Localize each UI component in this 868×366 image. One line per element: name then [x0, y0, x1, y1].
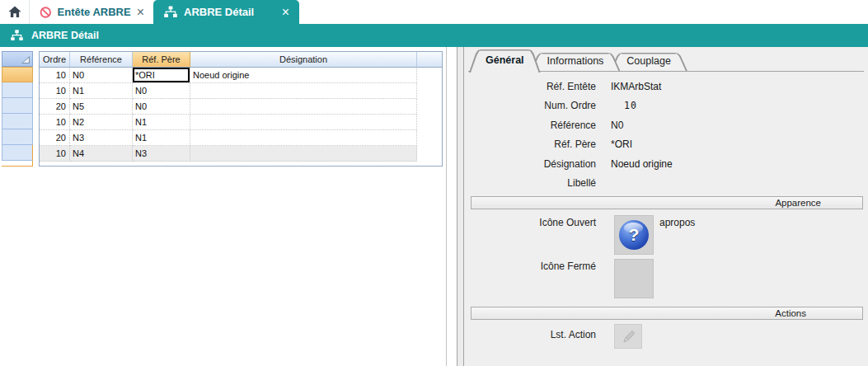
row-selector[interactable] — [2, 114, 33, 129]
field-label: Icône Fermé — [472, 260, 596, 273]
tab-label: Général — [486, 49, 524, 71]
grid-cell[interactable] — [190, 83, 417, 99]
grid-cell[interactable]: Noeud origine — [190, 68, 417, 83]
lst-action-button[interactable] — [614, 324, 642, 349]
column-header-designation[interactable]: Désignation — [190, 52, 417, 68]
field-label: Lst. Action — [472, 328, 596, 341]
grid-footer-filler — [40, 162, 442, 166]
detail-tabstrip: Général Informations Couplage — [469, 47, 678, 73]
grid-cell[interactable]: N3 — [133, 146, 190, 162]
row-selector[interactable] — [2, 145, 33, 161]
main-split: Ordre Référence Réf. Père Désignation 10… — [0, 47, 868, 366]
help-glyph: ? — [629, 225, 640, 245]
row-selector[interactable] — [2, 129, 33, 145]
icone-ouvert-button[interactable]: ? — [614, 215, 654, 255]
row-selector-column — [2, 51, 33, 167]
icone-ferme-button[interactable] — [614, 259, 654, 298]
grid-cell[interactable]: N2 — [70, 115, 133, 130]
grid-cell[interactable]: N1 — [133, 130, 190, 146]
field-label: Libellé — [472, 176, 596, 190]
field-label: Icône Ouvert — [472, 216, 596, 229]
tab-informations[interactable]: Informations — [531, 53, 621, 71]
pen-icon — [621, 329, 636, 345]
column-header-filler — [417, 52, 442, 68]
app-window: Entête ARBRE × ARBRE Détail × ARBRE Déta… — [0, 0, 868, 366]
tab-label: ARBRE Détail — [184, 6, 275, 18]
field-row: Libellé — [464, 176, 868, 190]
row-selector-tail — [2, 161, 33, 167]
grid-cell[interactable] — [190, 146, 417, 162]
panel-border — [446, 47, 447, 366]
tab-general[interactable]: Général — [469, 49, 541, 73]
tab-entete-arbre[interactable]: Entête ARBRE × — [30, 0, 153, 24]
section-header-actions: Actions — [471, 307, 863, 320]
grid-cell-filler — [417, 115, 442, 130]
tab-arbre-detail[interactable]: ARBRE Détail × — [153, 0, 299, 24]
grid-cell[interactable]: 10 — [40, 146, 70, 162]
field-row: Num. Ordre 10 — [464, 99, 868, 112]
tab-couplage[interactable]: Couplage — [610, 53, 687, 71]
column-header-ref-pere[interactable]: Réf. Père — [133, 52, 190, 68]
select-all-cell[interactable] — [2, 51, 33, 67]
grid-cell-filler — [417, 83, 442, 99]
window-title-band: ARBRE Détail — [0, 24, 868, 47]
field-label: Réf. Père — [472, 138, 596, 151]
panel-splitter[interactable] — [457, 47, 464, 366]
table-row: 20 N5 N0 — [40, 99, 442, 115]
reference-field[interactable]: N0 — [611, 119, 623, 132]
grid-cell-filler — [417, 68, 442, 83]
close-icon[interactable]: × — [137, 6, 144, 19]
tab-label: Couplage — [626, 53, 671, 70]
detail-panel: Général Informations Couplage Réf. Entêt… — [464, 47, 868, 366]
page-title: ARBRE Détail — [31, 30, 99, 41]
grid-cell[interactable]: N0 — [133, 83, 190, 99]
grid-cell[interactable]: N3 — [70, 130, 133, 146]
table-row: 10 N4 N3 — [40, 146, 442, 162]
grid-cell[interactable]: N0 — [70, 68, 133, 83]
grid-cell[interactable] — [190, 99, 417, 115]
close-icon[interactable]: × — [282, 6, 289, 19]
table-row: 20 N3 N1 — [40, 130, 442, 146]
ref-pere-field[interactable]: *ORI — [611, 138, 632, 151]
field-row: Réf. Entête IKMArbStat — [464, 80, 868, 93]
grid-cell[interactable]: N1 — [70, 83, 133, 99]
tab-label: Entête ARBRE — [58, 6, 131, 18]
grid-cell[interactable]: N5 — [70, 99, 133, 115]
grid-cell[interactable]: N0 — [133, 99, 190, 115]
field-row: Désignation Noeud origine — [464, 157, 868, 171]
table-row: 10 N0 *ORI Noeud origine — [40, 68, 442, 83]
row-selector[interactable] — [2, 67, 33, 82]
grid-cell-filler — [417, 99, 442, 115]
num-ordre-field[interactable]: 10 — [624, 99, 637, 112]
row-selector[interactable] — [2, 82, 33, 98]
designation-field[interactable]: Noeud origine — [611, 157, 673, 171]
field-label: Référence — [472, 119, 596, 132]
table-row: 10 N2 N1 — [40, 115, 442, 130]
grid-cell[interactable]: N4 — [70, 146, 133, 162]
field-label: Réf. Entête — [472, 80, 596, 93]
grid-cell[interactable]: 20 — [40, 99, 70, 115]
ref-entete-field[interactable]: IKMArbStat — [611, 80, 661, 93]
tree-icon — [164, 6, 177, 18]
grid-cell-filler — [417, 130, 442, 146]
grid-cell[interactable]: N1 — [133, 115, 190, 130]
grid-cell[interactable]: 10 — [40, 83, 70, 99]
row-selector[interactable] — [2, 98, 33, 114]
grid-cell-filler — [417, 146, 442, 162]
column-header-reference[interactable]: Référence — [70, 52, 133, 68]
grid-cell[interactable] — [190, 130, 417, 146]
field-label: Num. Ordre — [472, 99, 596, 112]
home-tab[interactable] — [0, 0, 30, 24]
grid-panel: Ordre Référence Réf. Père Désignation 10… — [0, 47, 457, 366]
grid-cell-selected[interactable]: *ORI — [133, 68, 190, 83]
tab-label: Informations — [547, 53, 604, 70]
grid-cell[interactable]: 10 — [40, 68, 70, 83]
table-row: 10 N1 N0 — [40, 83, 442, 99]
grid-cell[interactable]: 10 — [40, 115, 70, 130]
field-row: Référence N0 — [464, 119, 868, 132]
grid-header-row: Ordre Référence Réf. Père Désignation — [40, 52, 442, 68]
grid-cell[interactable] — [190, 115, 417, 130]
grid-cell[interactable]: 20 — [40, 130, 70, 146]
column-header-ordre[interactable]: Ordre — [40, 52, 70, 68]
home-icon — [8, 6, 21, 18]
